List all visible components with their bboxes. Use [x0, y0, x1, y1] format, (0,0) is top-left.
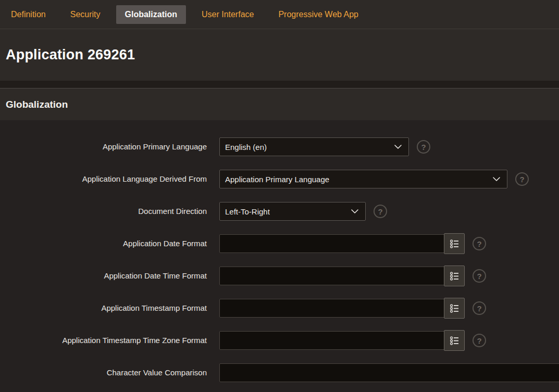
document-direction-control: Left-To-Right? [219, 202, 387, 221]
region-title: Globalization [6, 99, 68, 110]
tab-security[interactable]: Security [61, 5, 109, 24]
application-date-format-label: Application Date Format [0, 239, 207, 248]
list-picker-icon [450, 336, 459, 346]
application-timestamp-format-control: ? [219, 298, 486, 319]
application-timestamp-time-zone-format-list-of-values-button[interactable] [444, 330, 465, 351]
character-value-comparison-row: Character Value Comparison [0, 363, 559, 382]
document-direction-select[interactable]: Left-To-Right [219, 202, 366, 221]
application-primary-language-selected-value: English (en) [225, 143, 267, 151]
application-primary-language-row: Application Primary LanguageEnglish (en)… [0, 137, 559, 156]
application-timestamp-time-zone-format-control: ? [219, 330, 486, 351]
application-primary-language-select[interactable]: English (en) [219, 137, 409, 156]
application-date-format-list-of-values-button[interactable] [444, 233, 465, 254]
application-date-time-format-help-icon[interactable]: ? [473, 269, 486, 283]
application-language-derived-from-label: Application Language Derived From [0, 174, 207, 184]
header-separator [0, 81, 559, 88]
application-language-derived-from-control: Application Primary Language? [219, 170, 529, 188]
list-picker-icon [450, 271, 459, 281]
document-direction-row: Document DirectionLeft-To-Right? [0, 202, 559, 221]
app-tabbar: DefinitionSecurityGlobalizationUser Inte… [0, 0, 559, 29]
application-date-time-format-label: Application Date Time Format [0, 271, 207, 281]
region-header: Globalization [0, 88, 559, 120]
application-primary-language-control: English (en)? [219, 137, 430, 156]
application-date-time-format-control: ? [219, 265, 486, 286]
page-title: Application 269261 [6, 47, 135, 63]
tab-user-interface[interactable]: User Interface [193, 5, 263, 24]
application-date-time-format-list-of-values-button[interactable] [444, 265, 465, 286]
list-picker-icon [450, 304, 459, 313]
application-timestamp-time-zone-format-help-icon[interactable]: ? [473, 334, 486, 347]
application-timestamp-format-row: Application Timestamp Format? [0, 299, 559, 318]
document-direction-help-icon[interactable]: ? [374, 205, 387, 218]
application-date-time-format-input[interactable] [219, 267, 444, 285]
application-timestamp-time-zone-format-row: Application Timestamp Time Zone Format? [0, 331, 559, 350]
application-date-format-row: Application Date Format? [0, 234, 559, 253]
document-direction-selected-value: Left-To-Right [225, 207, 270, 216]
application-primary-language-help-icon[interactable]: ? [417, 140, 430, 154]
application-language-derived-from-selected-value: Application Primary Language [225, 175, 329, 184]
application-date-format-control: ? [219, 233, 486, 254]
application-date-format-help-icon[interactable]: ? [473, 237, 486, 250]
application-timestamp-format-label: Application Timestamp Format [0, 304, 207, 313]
application-date-time-format-row: Application Date Time Format? [0, 267, 559, 285]
document-direction-label: Document Direction [0, 207, 207, 216]
tab-globalization[interactable]: Globalization [116, 5, 186, 24]
globalization-form: Application Primary LanguageEnglish (en)… [0, 120, 559, 391]
character-value-comparison-input[interactable] [219, 363, 559, 382]
application-timestamp-format-list-of-values-button[interactable] [444, 298, 465, 319]
application-timestamp-time-zone-format-label: Application Timestamp Time Zone Format [0, 336, 207, 345]
application-timestamp-time-zone-format-input[interactable] [219, 331, 444, 350]
page-header: Application 269261 [0, 29, 559, 81]
application-timestamp-format-help-icon[interactable]: ? [473, 301, 486, 315]
application-language-derived-from-help-icon[interactable]: ? [515, 172, 529, 186]
application-primary-language-label: Application Primary Language [0, 142, 207, 151]
tab-definition[interactable]: Definition [2, 5, 55, 24]
application-language-derived-from-row: Application Language Derived FromApplica… [0, 170, 559, 188]
character-value-comparison-label: Character Value Comparison [0, 368, 207, 377]
application-date-format-input[interactable] [219, 234, 444, 253]
application-timestamp-format-input[interactable] [219, 299, 444, 318]
character-value-comparison-control [219, 363, 559, 382]
chevron-down-icon [351, 209, 358, 213]
application-language-derived-from-select[interactable]: Application Primary Language [219, 170, 507, 188]
tab-progressive-web-app[interactable]: Progressive Web App [269, 5, 367, 24]
list-picker-icon [450, 239, 459, 249]
chevron-down-icon [394, 145, 402, 149]
chevron-down-icon [493, 177, 500, 181]
